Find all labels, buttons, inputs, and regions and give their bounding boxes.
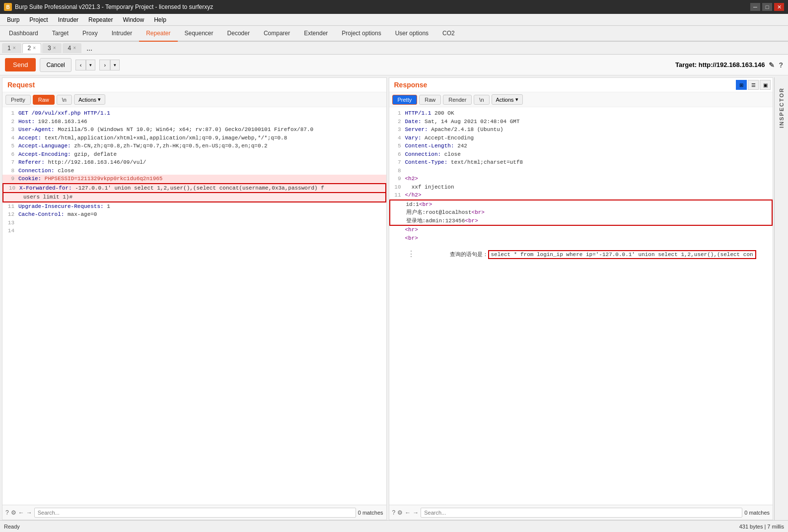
view-single-button[interactable]: ▣ bbox=[760, 80, 771, 90]
more-tabs-button[interactable]: ... bbox=[82, 44, 96, 52]
main-tabs: Dashboard Target Proxy Intruder Repeater… bbox=[0, 26, 788, 42]
code-line-5: 5Accept-Language: zh-CN,zh;q=0.8,zh-TW;q… bbox=[2, 142, 386, 150]
settings-search-icon[interactable]: ⚙ bbox=[11, 509, 16, 516]
response-render-button[interactable]: Render bbox=[443, 95, 472, 105]
maximize-button[interactable]: □ bbox=[762, 3, 772, 11]
tab-decoder[interactable]: Decoder bbox=[220, 26, 257, 42]
request-toolbar: Pretty Raw \n Actions ▾ bbox=[2, 92, 386, 107]
tab-target[interactable]: Target bbox=[45, 26, 75, 42]
resp-search-forward-icon[interactable]: → bbox=[413, 509, 419, 516]
response-pretty-button[interactable]: Pretty bbox=[392, 95, 418, 105]
tab-co2[interactable]: CO2 bbox=[435, 26, 462, 42]
nav-back-group: ‹ ▾ bbox=[75, 60, 96, 70]
resp-help-search-icon[interactable]: ? bbox=[392, 509, 396, 516]
titlebar-title: Burp Suite Professional v2021.3 - Tempor… bbox=[15, 3, 213, 10]
request-search-input[interactable] bbox=[34, 508, 356, 518]
help-icon[interactable]: ? bbox=[779, 61, 783, 69]
resp-line-1: 1HTTP/1.1 200 OK bbox=[389, 109, 773, 118]
tab-proxy[interactable]: Proxy bbox=[75, 26, 105, 42]
response-code-area[interactable]: 1HTTP/1.1 200 OK 2Date: Sat, 14 Aug 2021… bbox=[389, 107, 773, 505]
code-line-3: 3User-Agent: Mozilla/5.0 (Windows NT 10.… bbox=[2, 126, 386, 134]
view-mode-buttons: ⊞ ☰ ▣ bbox=[734, 78, 773, 92]
repeater-tab-1[interactable]: 1 × bbox=[2, 43, 21, 53]
response-actions-button[interactable]: Actions ▾ bbox=[492, 94, 523, 105]
repeater-tab-3[interactable]: 3 × bbox=[42, 43, 62, 53]
close-tab-2-icon[interactable]: × bbox=[33, 45, 36, 51]
menu-burp[interactable]: Burp bbox=[2, 15, 24, 24]
tab-intruder[interactable]: Intruder bbox=[105, 26, 139, 42]
request-pretty-button[interactable]: Pretty bbox=[5, 95, 31, 105]
repeater-tab-2[interactable]: 2 × bbox=[22, 43, 42, 53]
tab-comparer[interactable]: Comparer bbox=[257, 26, 297, 42]
response-search-input[interactable] bbox=[421, 508, 742, 518]
code-line-12: 12Cache-Control: max-age=0 bbox=[2, 210, 386, 219]
titlebar-left: B Burp Suite Professional v2021.3 - Temp… bbox=[4, 3, 213, 11]
code-line-14: 14 bbox=[2, 227, 386, 235]
titlebar-controls[interactable]: ─ □ ✕ bbox=[750, 3, 784, 11]
response-searchbar: ? ⚙ ← → 0 matches bbox=[389, 505, 773, 520]
tab-repeater[interactable]: Repeater bbox=[139, 26, 177, 42]
view-split-v-button[interactable]: ☰ bbox=[748, 80, 759, 90]
sql-query-highlight: select * from login_ip where ip='-127.0.… bbox=[488, 250, 756, 259]
request-matches-count: 0 matches bbox=[358, 510, 383, 516]
code-line-10b: users limit 1)# bbox=[2, 193, 386, 202]
search-forward-icon[interactable]: → bbox=[26, 509, 32, 516]
resp-line-12: id:1<br> bbox=[389, 200, 773, 209]
request-code-area[interactable]: 1GET /09/vul/xxf.php HTTP/1.1 2Host: 192… bbox=[2, 107, 386, 505]
help-search-icon[interactable]: ? bbox=[5, 509, 9, 516]
resp-line-13: 用户名:root@localhost<br> bbox=[389, 208, 773, 217]
resp-settings-search-icon[interactable]: ⚙ bbox=[397, 509, 403, 516]
status-right: 431 bytes | 7 millis bbox=[739, 524, 784, 530]
resp-line-10: 10 xxf injection bbox=[389, 183, 773, 192]
nav-back-dropdown[interactable]: ▾ bbox=[86, 60, 95, 70]
menu-project[interactable]: Project bbox=[24, 15, 53, 24]
menu-repeater[interactable]: Repeater bbox=[83, 15, 118, 24]
status-text: Ready bbox=[4, 524, 739, 530]
response-raw-button[interactable]: Raw bbox=[419, 95, 441, 105]
request-panel-header: Request bbox=[2, 78, 386, 92]
search-back-icon[interactable]: ← bbox=[18, 509, 24, 516]
request-newline-button[interactable]: \n bbox=[57, 95, 72, 105]
resp-line-3: 3Server: Apache/2.4.18 (Ubuntu) bbox=[389, 126, 773, 134]
code-line-13: 13 bbox=[2, 219, 386, 227]
menubar: Burp Project Intruder Repeater Window He… bbox=[0, 14, 788, 26]
request-raw-button[interactable]: Raw bbox=[33, 95, 55, 105]
resp-line-5: 5Content-Length: 242 bbox=[389, 142, 773, 150]
edit-target-icon[interactable]: ✎ bbox=[769, 61, 775, 69]
send-button[interactable]: Send bbox=[5, 58, 36, 71]
menu-window[interactable]: Window bbox=[118, 15, 149, 24]
response-divider-icon[interactable]: ⋮ bbox=[405, 249, 417, 261]
cancel-button[interactable]: Cancel bbox=[40, 58, 71, 72]
request-actions-button[interactable]: Actions ▾ bbox=[74, 94, 105, 105]
target-url: http://192.168.163.146 bbox=[699, 61, 765, 68]
tab-sequencer[interactable]: Sequencer bbox=[178, 26, 220, 42]
close-button[interactable]: ✕ bbox=[774, 3, 784, 11]
nav-forward-button[interactable]: › bbox=[99, 60, 110, 70]
close-tab-1-icon[interactable]: × bbox=[13, 45, 16, 51]
app-icon: B bbox=[4, 3, 12, 11]
menu-intruder[interactable]: Intruder bbox=[53, 15, 83, 24]
repeater-tab-4[interactable]: 4 × bbox=[63, 43, 82, 53]
tab-dashboard[interactable]: Dashboard bbox=[2, 26, 45, 42]
inspector-label: INSPECTOR bbox=[779, 87, 785, 128]
code-line-1: 1GET /09/vul/xxf.php HTTP/1.1 bbox=[2, 109, 386, 118]
tab-extender[interactable]: Extender bbox=[297, 26, 335, 42]
resp-line-17: ⋮ 查询的语句是：select * from login_ip where ip… bbox=[389, 242, 773, 267]
response-panel-top: Response ⊞ ☰ ▣ bbox=[389, 78, 773, 92]
resp-line-6: 6Connection: close bbox=[389, 150, 773, 159]
resp-line-11: 11</h2> bbox=[389, 191, 773, 200]
close-tab-3-icon[interactable]: × bbox=[53, 45, 56, 51]
view-split-h-button[interactable]: ⊞ bbox=[736, 80, 747, 90]
tab-project-options[interactable]: Project options bbox=[335, 26, 388, 42]
nav-forward-dropdown[interactable]: ▾ bbox=[110, 60, 120, 70]
nav-back-button[interactable]: ‹ bbox=[75, 60, 86, 70]
tab-user-options[interactable]: User options bbox=[388, 26, 435, 42]
resp-line-7: 7Content-Type: text/html;charset=utf8 bbox=[389, 158, 773, 167]
close-tab-4-icon[interactable]: × bbox=[73, 45, 76, 51]
resp-search-back-icon[interactable]: ← bbox=[405, 509, 411, 516]
request-panel: Request Pretty Raw \n Actions ▾ 1GET /09… bbox=[2, 77, 387, 520]
resp-line-2: 2Date: Sat, 14 Aug 2021 02:48:04 GMT bbox=[389, 118, 773, 126]
minimize-button[interactable]: ─ bbox=[750, 3, 760, 11]
response-newline-button[interactable]: \n bbox=[474, 95, 489, 105]
menu-help[interactable]: Help bbox=[149, 15, 171, 24]
